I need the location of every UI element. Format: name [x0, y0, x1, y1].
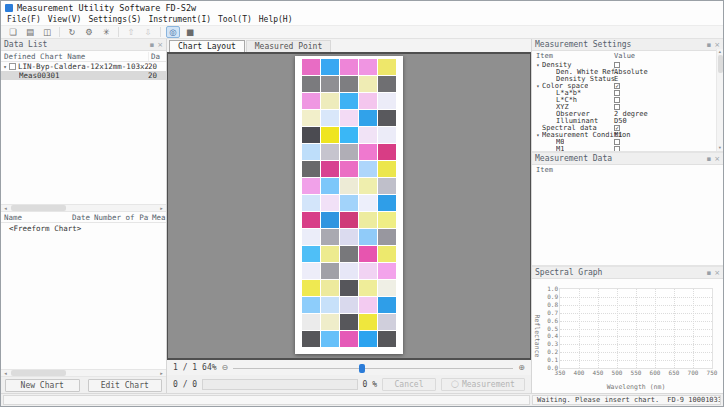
- scroll-left-icon[interactable]: ◂: [1, 370, 10, 376]
- zoom-level[interactable]: 64%: [202, 363, 216, 372]
- menu-settings[interactable]: Settings(S): [88, 15, 141, 24]
- color-patch: [359, 297, 377, 313]
- setting-value[interactable]: ✓: [614, 82, 620, 89]
- measurement-data-title: Measurement Data: [535, 154, 612, 163]
- expand-icon[interactable]: ▾: [534, 83, 542, 89]
- setting-value[interactable]: [614, 145, 620, 151]
- scrollbar-thumb[interactable]: [11, 370, 66, 376]
- close-icon[interactable]: ×: [714, 41, 720, 49]
- data-list-panel: Data List ▪ × Defined Chart Name Da ▾LIN…: [1, 39, 167, 393]
- color-patch: [359, 246, 377, 262]
- y-tick-label: 0.5: [547, 326, 558, 332]
- scroll-right-icon[interactable]: ▸: [157, 205, 166, 211]
- tree-expand-icon[interactable]: ▾: [1, 63, 9, 70]
- stop-button[interactable]: ■: [183, 26, 197, 38]
- title-bar: Measurement Utility Software FD-S2w: [1, 1, 723, 14]
- color-patch: [302, 110, 320, 126]
- tree-row[interactable]: ▾LIN-Byp-Caldera-12x12mm-103x297mm-FD-92…: [1, 62, 166, 71]
- tab-chart-layout[interactable]: Chart Layout: [169, 40, 245, 52]
- close-icon[interactable]: ×: [714, 155, 720, 163]
- new-chart-button[interactable]: New Chart: [5, 379, 80, 392]
- tab-measured-point[interactable]: Measured Point: [246, 40, 331, 52]
- scroll-right-icon[interactable]: ▸: [157, 370, 166, 376]
- freeform-chart-row[interactable]: <Freeform Chart>: [1, 223, 166, 233]
- zoom-slider[interactable]: [233, 363, 513, 373]
- setting-checkbox[interactable]: [614, 90, 620, 96]
- connect-instrument-button[interactable]: ↻: [65, 26, 79, 38]
- setting-value[interactable]: M1: [614, 131, 622, 138]
- pin-icon[interactable]: ▪: [149, 41, 154, 49]
- color-patch: [302, 314, 320, 330]
- upload-button[interactable]: ⇧: [124, 26, 138, 38]
- expand-icon[interactable]: ▾: [534, 62, 542, 68]
- menu-file[interactable]: File(F): [7, 15, 41, 24]
- setting-value[interactable]: [614, 96, 620, 103]
- color-patch: [359, 178, 377, 194]
- menu-help[interactable]: Help(H): [259, 15, 293, 24]
- tree-row[interactable]: Meas0030120: [1, 71, 166, 80]
- scrollbar-thumb[interactable]: [718, 55, 723, 73]
- setting-value[interactable]: Absolute: [614, 68, 648, 75]
- x-tick-label: 550: [631, 370, 642, 376]
- zoom-in-icon[interactable]: ⊕: [518, 363, 525, 372]
- settings-button[interactable]: ⚙: [82, 26, 96, 38]
- table-horizontal-scrollbar[interactable]: ◂ ▸: [1, 369, 166, 377]
- setting-value[interactable]: E: [614, 75, 618, 82]
- zoom-slider-track[interactable]: [233, 368, 513, 369]
- setting-value[interactable]: D50: [614, 117, 627, 124]
- tree-horizontal-scrollbar[interactable]: ◂ ▸: [1, 204, 166, 212]
- settings-vertical-scrollbar[interactable]: ▴ ▾: [716, 49, 723, 151]
- color-patch: [321, 246, 339, 262]
- pin-icon[interactable]: ▪: [706, 41, 711, 49]
- zoom-slider-thumb[interactable]: [359, 364, 365, 373]
- close-icon[interactable]: ×: [714, 269, 720, 277]
- color-patch: [340, 331, 358, 347]
- scroll-left-icon[interactable]: ◂: [1, 205, 10, 211]
- save-button[interactable]: ◫: [40, 26, 54, 38]
- toolbar-separator: [118, 27, 119, 37]
- close-icon[interactable]: ×: [157, 41, 163, 49]
- menu-instrument[interactable]: Instrument(I): [148, 15, 211, 24]
- zoom-out-icon[interactable]: ⊖: [222, 363, 229, 372]
- setting-value[interactable]: [614, 138, 620, 145]
- setting-checkbox[interactable]: [614, 97, 620, 103]
- setting-checkbox[interactable]: ✓: [614, 83, 620, 89]
- table-column-name: Name: [1, 213, 69, 222]
- pin-icon[interactable]: ▪: [706, 155, 711, 163]
- scrollbar-track[interactable]: [10, 370, 157, 376]
- scrollbar-thumb[interactable]: [11, 205, 66, 211]
- v-gridline: [693, 289, 694, 368]
- edit-chart-button[interactable]: Edit Chart: [88, 379, 163, 392]
- new-chart-button[interactable]: ❏: [6, 26, 20, 38]
- download-button[interactable]: ⇩: [141, 26, 155, 38]
- scroll-down-icon[interactable]: ▾: [719, 145, 721, 151]
- measurement-button[interactable]: ◯ Measurement: [441, 378, 525, 391]
- setting-checkbox[interactable]: [614, 146, 620, 152]
- settings-row[interactable]: M1: [532, 145, 723, 151]
- color-patch: [378, 246, 396, 262]
- color-patch: [321, 331, 339, 347]
- cancel-button[interactable]: Cancel: [382, 378, 436, 391]
- menu-view[interactable]: View(V): [48, 15, 82, 24]
- open-button[interactable]: ▤: [23, 26, 37, 38]
- color-patch: [340, 229, 358, 245]
- color-patch: [359, 212, 377, 228]
- measure-button[interactable]: ◎: [166, 26, 180, 38]
- menu-tool[interactable]: Tool(T): [218, 15, 252, 24]
- instrument-setup-button[interactable]: ✳: [99, 26, 113, 38]
- page-indicator: 1 / 1: [173, 363, 197, 372]
- scrollbar-track[interactable]: [10, 205, 157, 211]
- expand-icon[interactable]: ▾: [534, 132, 542, 138]
- chart-checkbox[interactable]: [9, 63, 16, 70]
- color-patch: [378, 144, 396, 160]
- setting-value[interactable]: [614, 89, 620, 96]
- measurement-progress-row: 0 / 0 0 % Cancel ◯ Measurement: [167, 375, 531, 393]
- color-patch: [378, 76, 396, 92]
- setting-checkbox[interactable]: [614, 139, 620, 145]
- settings-rows: ▾DensityDen. White Ref.AbsoluteDensity S…: [532, 61, 723, 151]
- color-patch: [302, 161, 320, 177]
- toolbar-separator: [160, 27, 161, 37]
- table-column-mea: Mea: [149, 213, 166, 222]
- pin-icon[interactable]: ▪: [706, 269, 711, 277]
- color-patch: [359, 76, 377, 92]
